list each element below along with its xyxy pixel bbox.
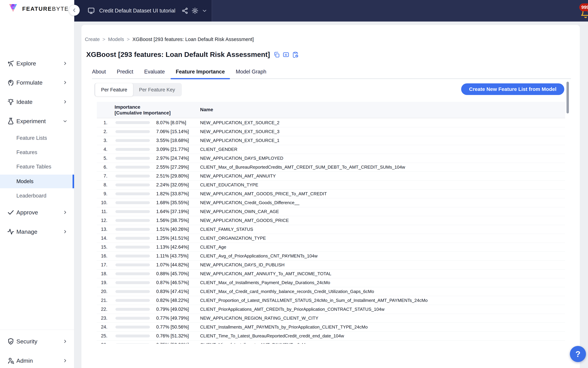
table-row[interactable]: 8. 2.24% [32.05%] CLIENT_EDUCATION_TYPE <box>97 180 565 189</box>
table-row[interactable]: 23. 0.77% [49.79%] NEW_APPLICATION_REGIO… <box>97 314 565 322</box>
content-card: Create > Models > XGBoost [293 features:… <box>81 25 580 368</box>
sidebar-item-ideate[interactable]: Ideate <box>0 97 74 107</box>
row-importance: 2.97% [24.74%] <box>156 154 189 163</box>
importance-bar <box>116 272 150 275</box>
row-rank: 15. <box>97 243 107 251</box>
table-row[interactable]: 4. 3.09% [21.77%] CLIENT_GENDER <box>97 145 565 154</box>
table-row[interactable]: 14. 1.25% [41.51%] CLIENT_ORGANIZATION_T… <box>97 234 565 243</box>
tab-about[interactable]: About <box>92 65 106 79</box>
row-name: NEW_APPLICATION_AMT_GOODS_PRICE <box>200 216 289 225</box>
sidebar-item-manage[interactable]: Manage <box>0 226 74 237</box>
sidebar-item-approve[interactable]: Approve <box>0 207 74 218</box>
sidebar-item-models[interactable]: Models <box>0 175 74 188</box>
row-name: CLIENT_Min_of_Installments_AMT_PAYMENTs_… <box>200 340 308 344</box>
row-importance: 0.75% [52.06%] <box>156 340 189 344</box>
row-rank: 5. <box>97 154 107 163</box>
notifications-button[interactable]: 999+ <box>578 2 588 20</box>
row-importance: 1.56% [38.75%] <box>156 216 189 225</box>
help-button[interactable]: ? <box>570 346 586 362</box>
importance-bar <box>116 210 150 213</box>
table-row[interactable]: 18. 0.88% [45.70%] NEW_APPLICATION_AMT_A… <box>97 269 565 278</box>
table-row[interactable]: 26. 0.75% [52.06%] CLIENT_Min_of_Install… <box>97 340 565 344</box>
table-row[interactable]: 2. 7.06% [15.14%] NEW_APPLICATION_EXT_SO… <box>97 127 565 136</box>
table-row[interactable]: 16. 1.11% [43.75%] CLIENT_Avg_of_PriorAp… <box>97 251 565 260</box>
tab-model-graph[interactable]: Model Graph <box>236 65 266 79</box>
sidebar-item-feature-lists[interactable]: Feature Lists <box>0 133 74 143</box>
table-row[interactable]: 10. 1.68% [35.55%] NEW_APPLICATION_Credi… <box>97 198 565 207</box>
row-rank: 2. <box>97 127 107 136</box>
featurebyte-logo: FEATUREBYTE <box>9 4 69 14</box>
importance-bar <box>116 334 150 337</box>
share-icon[interactable] <box>181 7 188 14</box>
table-row[interactable]: 22. 0.79% [49.02%] CLIENT_PriorApplicati… <box>97 305 565 314</box>
row-rank: 7. <box>97 172 107 180</box>
sidebar-item-leaderboard[interactable]: Leaderboard <box>0 191 74 201</box>
row-name: CLIENT_Time_To_Latest_BureauReportedCred… <box>200 331 344 340</box>
settings-gear-icon[interactable] <box>191 7 199 14</box>
row-name: NEW_APPLICATION_AMT_ANNUITY <box>200 172 276 180</box>
row-name: NEW_APPLICATION_DAYS_ID_PUBLISH <box>200 260 285 269</box>
sidebar-item-feature-tables[interactable]: Feature Tables <box>0 161 74 172</box>
sidebar-item-explore[interactable]: Explore <box>0 58 74 69</box>
notification-count-badge: 999+ <box>579 3 588 11</box>
importance-bar <box>116 299 150 302</box>
tab-evaluate[interactable]: Evaluate <box>144 65 165 79</box>
table-row[interactable]: 6. 2.55% [27.29%] CLIENT_Max_of_BureauRe… <box>97 163 565 172</box>
row-rank: 11. <box>97 207 107 216</box>
sidebar-item-admin[interactable]: Admin <box>0 355 74 366</box>
table-row[interactable]: 9. 1.82% [33.87%] NEW_APPLICATION_AMT_GO… <box>97 189 565 198</box>
breadcrumb-create[interactable]: Create <box>85 37 100 42</box>
table-row[interactable]: 24. 0.77% [50.56%] CLIENT_Installments_A… <box>97 322 565 331</box>
importance-bar <box>116 219 150 222</box>
copy-id-icon[interactable]: ID <box>283 51 289 58</box>
table-row[interactable]: 5. 2.97% [24.74%] NEW_APPLICATION_DAYS_E… <box>97 154 565 163</box>
table-row[interactable]: 19. 0.87% [46.57%] CLIENT_Max_of_Install… <box>97 278 565 287</box>
table-row[interactable]: 17. 1.07% [44.82%] NEW_APPLICATION_DAYS_… <box>97 260 565 269</box>
table-row[interactable]: 7. 2.51% [29.80%] NEW_APPLICATION_AMT_AN… <box>97 172 565 180</box>
table-row[interactable]: 13. 1.51% [40.26%] CLIENT_FAMILY_STATUS <box>97 225 565 234</box>
toolbar: Per Feature Per Feature Key Create New F… <box>94 83 565 97</box>
chevron-right-icon <box>62 229 68 234</box>
table-row[interactable]: 3. 3.55% [18.68%] NEW_APPLICATION_EXT_SO… <box>97 136 565 145</box>
toggle-per-feature-key[interactable]: Per Feature Key <box>133 83 181 96</box>
create-feature-list-button[interactable]: Create New Feature List from Model <box>461 83 564 95</box>
row-importance: 0.88% [45.70%] <box>156 269 189 278</box>
breadcrumb-models[interactable]: Models <box>108 37 124 42</box>
copy-name-icon[interactable] <box>273 51 280 58</box>
row-name: CLIENT_EDUCATION_TYPE <box>200 181 258 189</box>
row-rank: 9. <box>97 189 107 198</box>
importance-bar <box>116 228 150 231</box>
row-importance: 3.09% [21.77%] <box>156 145 189 154</box>
row-rank: 4. <box>97 145 107 154</box>
row-importance: 1.13% [42.64%] <box>156 243 189 251</box>
importance-bar <box>116 281 150 284</box>
sidebar-item-formulate[interactable]: Formulate <box>0 77 74 88</box>
table-row[interactable]: 1. 8.07% [8.07%] NEW_APPLICATION_EXT_SOU… <box>97 118 565 127</box>
row-name: NEW_APPLICATION_EXT_SOURCE_3 <box>200 127 279 136</box>
chevron-right-icon <box>62 61 68 66</box>
table-row[interactable]: 12. 1.56% [38.75%] NEW_APPLICATION_AMT_G… <box>97 216 565 225</box>
view-toggle: Per Feature Per Feature Key <box>94 83 182 96</box>
row-name: NEW_APPLICATION_REGION_RATING_CLIENT_W_C… <box>200 314 318 322</box>
row-rank: 19. <box>97 278 107 287</box>
history-clipboard-icon[interactable] <box>292 51 299 58</box>
table-row[interactable]: 11. 1.64% [37.19%] NEW_APPLICATION_OWN_C… <box>97 207 565 216</box>
toggle-per-feature[interactable]: Per Feature <box>95 83 133 96</box>
table-row[interactable]: 20. 0.83% [47.41%] CLIENT_Max_of_Credit_… <box>97 287 565 296</box>
tab-predict[interactable]: Predict <box>117 65 133 79</box>
sidebar-item-security[interactable]: Security <box>0 336 74 347</box>
check-icon <box>7 209 15 216</box>
table-row[interactable]: 15. 1.13% [42.64%] CLIENT_Age <box>97 243 565 251</box>
table-body: 1. 8.07% [8.07%] NEW_APPLICATION_EXT_SOU… <box>97 118 565 344</box>
head-gear-icon <box>7 79 15 86</box>
table-row[interactable]: 21. 0.82% [48.22%] CLIENT_Proportion_of_… <box>97 296 565 305</box>
catalog-chevron-down-icon[interactable] <box>202 8 207 14</box>
row-importance: 1.64% [37.19%] <box>156 207 189 216</box>
sidebar-item-experiment[interactable]: Experiment <box>0 116 74 126</box>
tab-feature-importance[interactable]: Feature Importance <box>176 65 225 79</box>
sidebar-item-features[interactable]: Features <box>0 147 74 158</box>
content-scrollbar-thumb[interactable] <box>567 82 569 113</box>
user-search-icon <box>7 357 15 364</box>
sidebar-collapse-button[interactable] <box>69 5 80 16</box>
table-row[interactable]: 25. 0.76% [51.32%] CLIENT_Time_To_Latest… <box>97 331 565 340</box>
